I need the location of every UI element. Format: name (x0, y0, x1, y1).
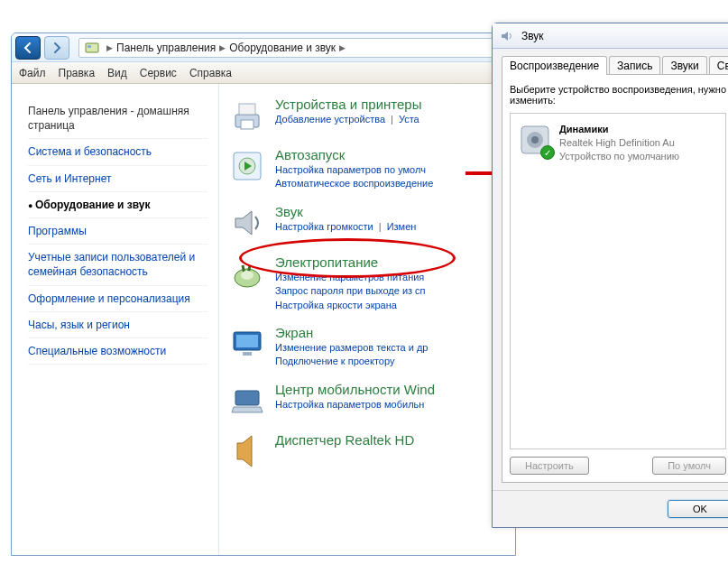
menu-help[interactable]: Справка (189, 67, 232, 79)
ok-button[interactable]: OK (668, 500, 728, 518)
device-list[interactable]: ✓ Динамики Realtek High Definition Au Ус… (510, 113, 726, 449)
category-display: Экран Изменение размеров текста и дрПодк… (228, 325, 506, 369)
category-autoplay: Автозапуск Настройка параметров по умолч… (228, 147, 506, 191)
category-link[interactable]: Автоматическое воспроизведение (275, 178, 433, 189)
tab-playback[interactable]: Воспроизведение (502, 56, 607, 75)
menu-view[interactable]: Вид (107, 67, 127, 79)
main-content: Устройства и принтеры Добавление устройс… (219, 84, 515, 555)
cd-play-icon (228, 147, 266, 185)
realtek-speaker-icon (228, 432, 266, 470)
tab-recording[interactable]: Запись (609, 56, 660, 75)
sound-tabs: Воспроизведение Запись Звуки Свя (502, 56, 728, 75)
category-title[interactable]: Автозапуск (275, 147, 506, 162)
power-plug-icon (228, 254, 266, 292)
forward-button[interactable] (44, 36, 69, 60)
category-title[interactable]: Экран (275, 325, 506, 340)
sidebar-item-ease-access[interactable]: Специальные возможности (28, 338, 207, 365)
category-title[interactable]: Устройства и принтеры (275, 97, 506, 112)
device-make: Realtek High Definition Au (559, 136, 679, 150)
category-link[interactable]: Настройка параметров мобильн (275, 399, 424, 410)
breadcrumb-separator: ▶ (339, 43, 346, 52)
sidebar-item-appearance[interactable]: Оформление и персонализация (28, 286, 207, 312)
back-button[interactable] (15, 36, 41, 60)
category-link[interactable]: Изменение параметров питания (275, 272, 424, 282)
navigation-bar: ▶ Панель управления ▶ Оборудование и зву… (12, 33, 515, 62)
playback-panel: Выберите устройство воспроизведения, нуж… (502, 74, 728, 483)
breadcrumb-separator: ▶ (219, 43, 226, 52)
device-name: Динамики (559, 123, 679, 136)
category-devices-printers: Устройства и принтеры Добавление устройс… (228, 97, 506, 134)
category-title[interactable]: Диспетчер Realtek HD (275, 432, 506, 448)
breadcrumb-root[interactable]: Панель управления (116, 42, 216, 54)
sound-dialog-title: Звук (521, 30, 544, 42)
printer-icon (228, 97, 266, 134)
sidebar-item-users[interactable]: Учетные записи пользователей и семейная … (28, 245, 207, 285)
svg-point-8 (241, 271, 253, 280)
configure-button[interactable]: Настроить (510, 457, 589, 475)
sidebar-home[interactable]: Панель управления - домашняя страница (28, 98, 207, 139)
svg-point-16 (531, 136, 539, 143)
category-link[interactable]: Настройка яркости экрана (275, 300, 397, 310)
category-link[interactable]: Изменение размеров текста и др (275, 342, 428, 353)
control-panel-window: ▶ Панель управления ▶ Оборудование и зву… (11, 32, 516, 556)
category-link[interactable]: Уста (399, 114, 419, 125)
category-mobility-center: Центр мобильности Wind Настройка парамет… (228, 382, 506, 420)
laptop-icon (228, 382, 266, 420)
sidebar-item-programs[interactable]: Программы (28, 218, 207, 245)
category-link[interactable]: Добавление устройства (275, 114, 385, 125)
category-power: Электропитание Изменение параметров пита… (228, 254, 506, 312)
tab-communications[interactable]: Свя (709, 56, 728, 75)
category-link[interactable]: Настройка параметров по умолч (275, 164, 426, 175)
control-panel-icon (85, 42, 99, 54)
svg-rect-12 (235, 391, 259, 405)
category-link[interactable]: Измен (387, 221, 417, 232)
default-button[interactable]: По умолч (652, 457, 726, 475)
sound-dialog: Звук Воспроизведение Запись Звуки Свя Вы… (492, 23, 728, 528)
breadcrumb-separator: ▶ (106, 43, 113, 52)
category-sound: Звук Настройка громкости|Измен (228, 204, 506, 242)
speaker-icon (500, 29, 514, 43)
sidebar-item-clock-region[interactable]: Часы, язык и регион (28, 312, 207, 338)
category-link[interactable]: Настройка громкости (275, 221, 373, 232)
playback-instruction: Выберите устройство воспроизведения, нуж… (510, 84, 726, 106)
menu-file[interactable]: Файл (19, 67, 46, 79)
category-title[interactable]: Центр мобильности Wind (275, 382, 506, 397)
svg-rect-4 (241, 120, 253, 129)
menu-bar: Файл Правка Вид Сервис Справка (12, 62, 515, 84)
breadcrumb-sub[interactable]: Оборудование и звук (229, 42, 336, 54)
menu-tools[interactable]: Сервис (140, 67, 177, 79)
tab-sounds[interactable]: Звуки (662, 56, 706, 75)
speaker-icon (228, 204, 266, 242)
category-link[interactable]: Подключение к проектору (275, 356, 394, 366)
sidebar-item-network[interactable]: Сеть и Интернет (28, 166, 207, 192)
default-check-icon: ✓ (540, 145, 555, 160)
category-realtek-hd: Диспетчер Realtek HD (228, 432, 506, 470)
sidebar-item-system[interactable]: Система и безопасность (28, 139, 207, 165)
device-item[interactable]: ✓ Динамики Realtek High Definition Au Ус… (516, 119, 720, 167)
speaker-device-icon: ✓ (518, 123, 552, 157)
sidebar-item-hardware-sound[interactable]: Оборудование и звук (28, 192, 207, 218)
breadcrumb[interactable]: ▶ Панель управления ▶ Оборудование и зву… (78, 38, 506, 58)
svg-rect-3 (239, 104, 255, 115)
svg-rect-1 (88, 45, 91, 48)
sound-dialog-titlebar: Звук (493, 23, 728, 49)
sidebar: Панель управления - домашняя страница Си… (12, 84, 219, 555)
svg-rect-11 (243, 352, 252, 356)
category-title[interactable]: Электропитание (275, 254, 506, 270)
category-title[interactable]: Звук (275, 204, 506, 219)
control-panel-body: Панель управления - домашняя страница Си… (12, 84, 515, 555)
device-status: Устройство по умолчанию (559, 150, 679, 163)
monitor-icon (228, 325, 266, 363)
category-link[interactable]: Запрос пароля при выходе из сп (275, 285, 426, 296)
menu-edit[interactable]: Правка (59, 67, 96, 79)
svg-rect-10 (236, 335, 258, 347)
